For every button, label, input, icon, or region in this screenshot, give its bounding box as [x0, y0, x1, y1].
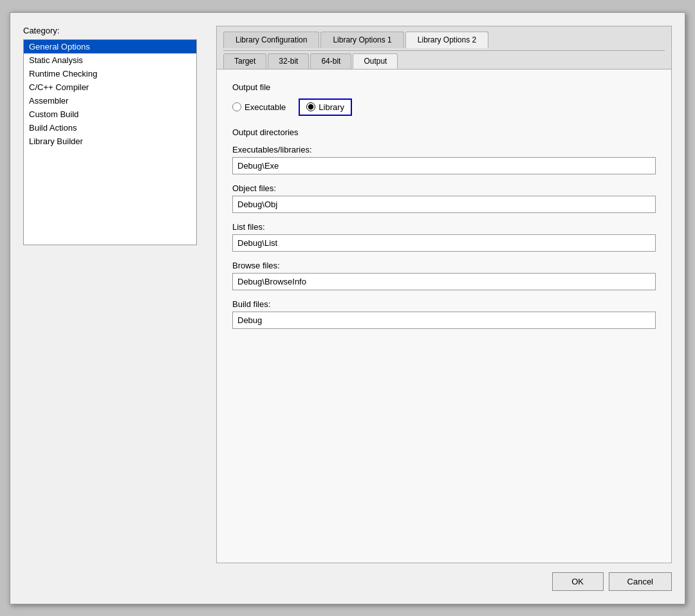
field-list: List files:: [232, 222, 656, 252]
sidebar-item-general-options[interactable]: General Options: [24, 40, 196, 53]
tab-library-configuration[interactable]: Library Configuration: [223, 32, 319, 48]
content-area: Output file Executable Library Output di…: [217, 69, 671, 563]
right-panel: Library Configuration Library Options 1 …: [216, 26, 672, 563]
tabs-row-1: Library Configuration Library Options 1 …: [223, 32, 665, 48]
sidebar-item-library-builder[interactable]: Library Builder: [24, 135, 196, 148]
tabs-row-2: Target 32-bit 64-bit Output: [223, 50, 665, 69]
category-label: Category:: [23, 26, 210, 35]
field-build-label: Build files:: [232, 299, 656, 309]
sub-tab-target[interactable]: Target: [223, 53, 266, 69]
cancel-button[interactable]: Cancel: [609, 572, 672, 591]
sidebar-item-c-c-compiler[interactable]: C/C++ Compiler: [24, 80, 196, 94]
sub-tab-output[interactable]: Output: [353, 53, 398, 69]
field-build: Build files:: [232, 299, 656, 329]
radio-executable[interactable]: [232, 102, 241, 111]
radio-library-label: Library: [319, 102, 344, 112]
field-objects-label: Object files:: [232, 183, 656, 193]
output-file-label: Output file: [232, 82, 656, 92]
radio-executable-label: Executable: [245, 102, 286, 112]
sidebar-item-custom-build[interactable]: Custom Build: [24, 107, 196, 121]
field-browse: Browse files:: [232, 261, 656, 290]
output-file-row: Executable Library: [232, 98, 656, 116]
sidebar-item-build-actions[interactable]: Build Actions: [24, 121, 196, 135]
radio-library-option[interactable]: Library: [299, 98, 352, 116]
radio-library[interactable]: [306, 102, 315, 111]
left-panel: Category: General OptionsStatic Analysis…: [23, 26, 210, 563]
tab-library-options-2[interactable]: Library Options 2: [405, 32, 488, 48]
field-executables-label: Executables/libraries:: [232, 145, 656, 154]
field-executables: Executables/libraries:: [232, 145, 656, 174]
field-objects-input[interactable]: [232, 196, 656, 213]
sidebar-item-runtime-checking[interactable]: Runtime Checking: [24, 67, 196, 80]
main-dialog: Category: General OptionsStatic Analysis…: [10, 12, 685, 604]
tab-library-options-1[interactable]: Library Options 1: [320, 32, 403, 48]
field-executables-input[interactable]: [232, 157, 656, 174]
sidebar-item-assembler[interactable]: Assembler: [24, 94, 196, 107]
dialog-body: Category: General OptionsStatic Analysis…: [23, 26, 672, 563]
radio-executable-option[interactable]: Executable: [232, 102, 286, 112]
field-objects: Object files:: [232, 183, 656, 213]
sidebar-item-static-analysis[interactable]: Static Analysis: [24, 53, 196, 67]
field-list-input[interactable]: [232, 234, 656, 252]
output-dirs-label: Output directories: [232, 127, 656, 137]
category-list: General OptionsStatic AnalysisRuntime Ch…: [23, 39, 197, 245]
field-list-label: List files:: [232, 222, 656, 232]
sub-tab-32bit[interactable]: 32-bit: [268, 53, 309, 69]
field-build-input[interactable]: [232, 312, 656, 329]
field-browse-input[interactable]: [232, 273, 656, 290]
tabs-container: Library Configuration Library Options 1 …: [217, 26, 671, 69]
field-browse-label: Browse files:: [232, 261, 656, 270]
sub-tab-64bit[interactable]: 64-bit: [310, 53, 351, 69]
ok-button[interactable]: OK: [552, 572, 604, 591]
dialog-footer: OK Cancel: [23, 563, 672, 591]
